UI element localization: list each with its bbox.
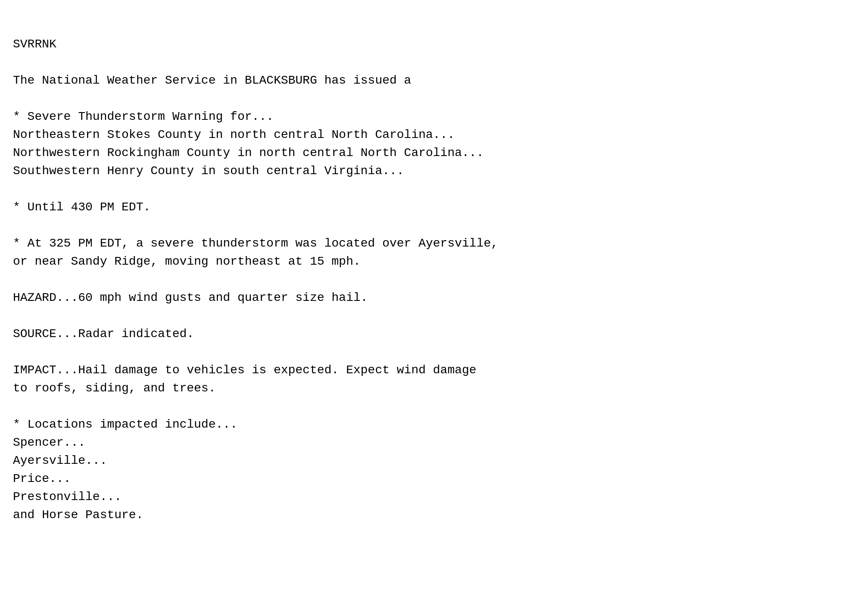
text-line-loc-3: Price... [13,470,849,488]
text-line-at-line-1: * At 325 PM EDT, a severe thunderstorm w… [13,235,849,253]
text-line-loc-2: Ayersville... [13,452,849,470]
text-line-hazard-line: HAZARD...60 mph wind gusts and quarter s… [13,289,849,307]
text-line-location-3: Southwestern Henry County in south centr… [13,162,849,180]
text-line-blank-3 [13,180,849,198]
text-line-blank-6 [13,307,849,325]
text-line-loc-5: and Horse Pasture. [13,506,849,524]
text-line-blank-1 [13,53,849,72]
text-line-locations-header: * Locations impacted include... [13,416,849,434]
text-line-until-line: * Until 430 PM EDT. [13,198,849,216]
text-line-blank-4 [13,216,849,235]
text-line-blank-7 [13,343,849,361]
text-line-blank-2 [13,90,849,108]
weather-alert-document: SVRRNKThe National Weather Service in BL… [13,17,849,524]
text-line-blank-8 [13,397,849,416]
text-line-impact-line-1: IMPACT...Hail damage to vehicles is expe… [13,361,849,379]
text-line-warning-header: * Severe Thunderstorm Warning for... [13,108,849,126]
text-line-loc-1: Spencer... [13,434,849,452]
text-line-location-1: Northeastern Stokes County in north cent… [13,126,849,144]
text-line-blank-5 [13,271,849,289]
text-line-at-line-2: or near Sandy Ridge, moving northeast at… [13,253,849,271]
text-line-impact-line-2: to roofs, siding, and trees. [13,379,849,397]
text-line-loc-4: Prestonville... [13,488,849,506]
text-line-id-line: SVRRNK [13,35,849,53]
text-line-source-line: SOURCE...Radar indicated. [13,325,849,343]
text-line-header-line: The National Weather Service in BLACKSBU… [13,72,849,90]
text-line-location-2: Northwestern Rockingham County in north … [13,144,849,162]
